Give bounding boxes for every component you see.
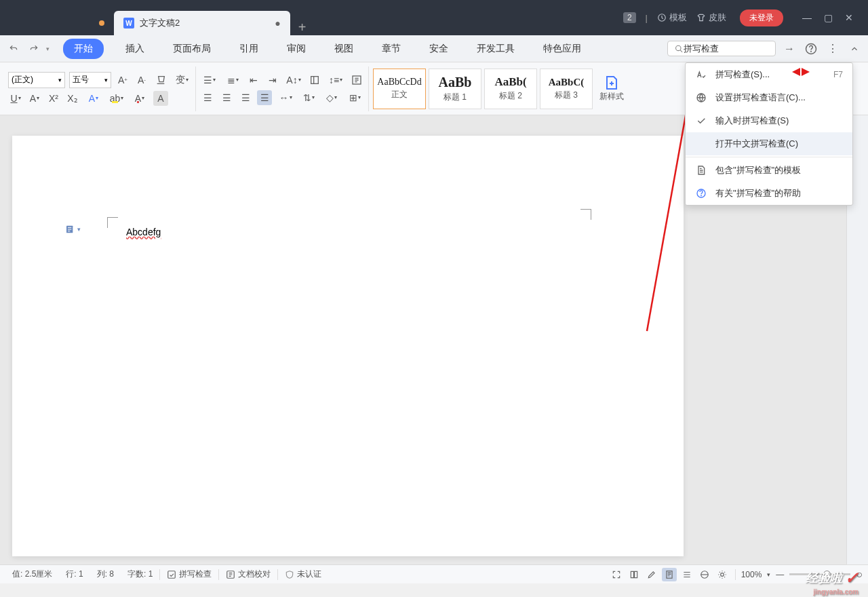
line-spacing-icon[interactable]: ↕≡▾ [326,73,345,88]
decrease-indent-icon[interactable]: ⇤ [246,73,261,88]
strikethrough-icon[interactable]: A▾ [27,91,42,106]
spellcheck-status-icon [167,570,176,579]
dd-open-chinese-spellcheck[interactable]: 打开中文拼写检查(C) [686,132,852,155]
skin-link[interactable]: 皮肤 [696,12,726,24]
dropdown-separator [686,157,852,157]
font-name-select[interactable]: (正文)▾ [8,72,65,88]
dd-spellcheck[interactable]: 拼写检查(S)... F7 [686,63,852,86]
style-heading2[interactable]: AaBb( 标题 2 [484,69,537,109]
page-view-icon[interactable] [662,568,677,581]
tab-document[interactable]: W 文字文稿2 ● [114,11,290,35]
page-margin-marker [107,217,118,228]
tab-close-icon[interactable]: ● [275,18,280,28]
status-col[interactable]: 列: 8 [90,569,121,580]
show-marks-icon[interactable] [349,73,364,88]
maximize-icon[interactable]: ▢ [824,12,833,23]
shield-icon [285,570,294,579]
web-view-icon[interactable] [697,568,712,581]
shrink-font-icon[interactable]: A- [134,73,149,88]
font-color-icon[interactable]: A▾ [130,91,149,106]
menu-tab-special[interactable]: 特色应用 [536,39,588,59]
align-justify-icon[interactable]: ☰ [257,90,272,105]
new-tab-button[interactable]: + [290,20,315,35]
doc-control-icon[interactable]: ▾ [65,224,81,235]
menu-tab-start[interactable]: 开始 [63,39,104,59]
unsaved-dot-icon [99,20,104,26]
quick-access: ▾ [5,41,50,57]
redo-icon[interactable] [26,41,42,57]
minimize-icon[interactable]: ― [802,12,812,23]
superscript-icon[interactable]: X² [46,91,61,106]
grow-font-icon[interactable]: A+ [115,73,130,88]
highlight-icon[interactable]: ab▾ [107,91,126,106]
search-go-icon[interactable]: → [781,41,797,57]
text-direction-icon[interactable]: A↕▾ [284,73,303,88]
window-controls: ― ▢ ✕ [793,12,863,23]
status-row[interactable]: 行: 1 [59,569,90,580]
collapse-ribbon-icon[interactable] [846,41,863,57]
status-chars[interactable]: 字数: 1 [121,569,159,580]
menu-tab-layout[interactable]: 页面布局 [166,39,218,59]
tab-home[interactable] [0,11,114,35]
shading-icon[interactable]: ◇▾ [322,90,341,105]
more-icon[interactable]: ⋮ [825,41,841,57]
dd-set-language[interactable]: 设置拼写检查语言(C)... [686,86,852,109]
ribbon-paragraph-group: ☰▾ ≣▾ ⇤ ⇥ A↕▾ ↕≡▾ ☰ ☰ ☰ ☰ ↔▾ ⇅▾ ◇▾ ⊞▾ [196,66,369,111]
phonetic-guide-icon[interactable]: 变▾ [172,73,191,88]
tab-document-label: 文字文稿2 [140,17,180,29]
eye-protect-icon[interactable] [715,568,730,581]
edit-view-icon[interactable] [644,568,659,581]
page[interactable]: ▾ Abcdefg [12,136,684,556]
font-size-select[interactable]: 五号▾ [69,72,111,88]
help-icon[interactable] [803,41,819,57]
reading-view-icon[interactable] [627,568,642,581]
menu-tab-security[interactable]: 安全 [422,39,455,59]
close-window-icon[interactable]: ✕ [845,12,853,23]
menu-tab-insert[interactable]: 插入 [119,39,151,59]
underline-icon[interactable]: U▾ [8,91,23,106]
subscript-icon[interactable]: X₂ [65,91,80,106]
template-link[interactable]: 模板 [657,12,687,24]
distribute-icon[interactable]: ↔▾ [276,90,295,105]
login-button[interactable]: 未登录 [740,9,783,26]
menu-tab-references[interactable]: 引用 [233,39,265,59]
dd-templates[interactable]: 包含"拼写检查"的模板 [686,159,852,182]
dd-check-while-typing[interactable]: 输入时拼写检查(S) [686,109,852,132]
para-spacing-icon[interactable]: ⇅▾ [299,90,318,105]
status-cert[interactable]: 未认证 [278,569,328,580]
search-input[interactable] [684,43,768,54]
numbering-icon[interactable]: ≣▾ [223,73,242,88]
outline-view-icon[interactable] [679,568,694,581]
menu-tab-developer[interactable]: 开发工具 [470,39,521,59]
help-circle-icon [695,188,707,199]
bullets-icon[interactable]: ☰▾ [200,73,219,88]
menu-tab-section[interactable]: 章节 [375,39,408,59]
char-shading-icon[interactable]: A [153,91,168,106]
notification-badge[interactable]: 2 [623,12,636,23]
dd-help[interactable]: 有关"拼写检查"的帮助 [686,182,852,205]
menu-tab-view[interactable]: 视图 [328,39,360,59]
ribbon-font-group: (正文)▾ 五号▾ A+ A- 变▾ U▾ A▾ X² X₂ A▾ ab▾ A▾… [4,66,196,111]
borders-icon[interactable]: ⊞▾ [345,90,364,105]
align-left-icon[interactable]: ☰ [200,90,215,105]
new-style-button[interactable]: 新样式 [595,75,628,102]
undo-icon[interactable] [5,41,22,57]
search-box[interactable] [667,41,776,56]
document-text[interactable]: Abcdefg [126,227,161,238]
clear-format-icon[interactable] [153,73,168,88]
increase-indent-icon[interactable]: ⇥ [265,73,280,88]
asian-layout-icon[interactable] [307,73,322,88]
style-heading3[interactable]: AaBbC( 标题 3 [540,69,593,109]
align-center-icon[interactable]: ☰ [219,90,234,105]
style-heading1[interactable]: AaBb 标题 1 [429,69,481,109]
align-right-icon[interactable]: ☰ [238,90,253,105]
zoom-out-icon[interactable]: ― [776,570,784,579]
menu-tab-review[interactable]: 审阅 [280,39,313,59]
status-spellcheck[interactable]: 拼写检查 [160,569,218,580]
status-proofing[interactable]: 文档校对 [219,569,277,580]
status-position[interactable]: 值: 2.5厘米 [5,569,59,580]
text-effect-icon[interactable]: A▾ [84,91,103,106]
style-normal[interactable]: AaBbCcDd 正文 [373,69,426,109]
zoom-percent[interactable]: 100% [741,570,762,579]
fullscreen-icon[interactable] [609,568,624,581]
